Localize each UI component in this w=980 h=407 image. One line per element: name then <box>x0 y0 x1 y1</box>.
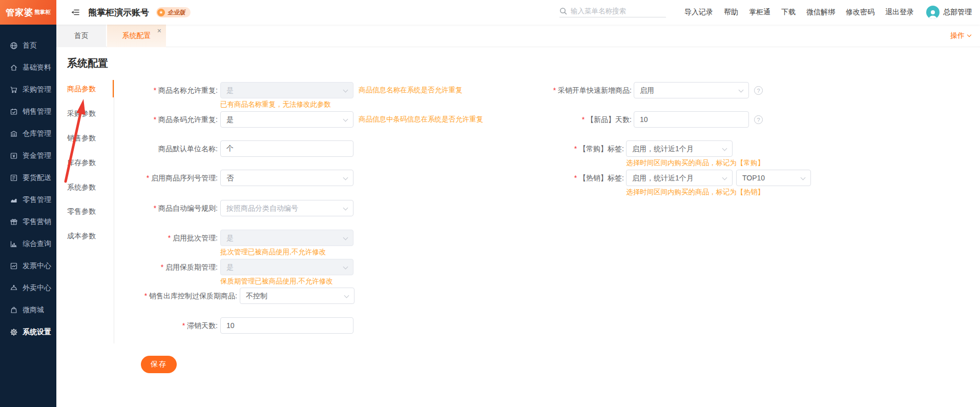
select-product-name-repeat[interactable]: 是 <box>220 82 353 98</box>
logo-text-secondary: 熊掌柜 <box>34 9 51 16</box>
chevron-down-icon <box>343 206 348 211</box>
brand-logo: 管家婆 熊掌柜 <box>0 0 56 25</box>
close-icon[interactable]: × <box>157 27 161 34</box>
area-chart-icon <box>10 196 18 204</box>
sidebar-item-sales[interactable]: 销售管理 <box>0 100 56 123</box>
avatar[interactable] <box>926 6 940 19</box>
field-label: *【热销】标签: <box>522 170 624 186</box>
link-logout[interactable]: 退出登录 <box>885 8 914 17</box>
field-label: *启用保质期管理: <box>56 259 218 275</box>
chevron-down-icon <box>967 33 971 37</box>
required-asterisk: * <box>182 321 185 330</box>
bar-chart-icon <box>10 240 18 248</box>
sidebar-item-retail-marketing[interactable]: 零售营销 <box>0 211 56 233</box>
sidebar-item-retail[interactable]: 零售管理 <box>0 189 56 211</box>
select-quick-add-product[interactable]: 启用 <box>634 82 749 98</box>
sidebar-item-query[interactable]: 综合查询 <box>0 233 56 255</box>
sidebar-item-purchase[interactable]: 采购管理 <box>0 78 56 100</box>
link-change-password[interactable]: 修改密码 <box>846 8 874 17</box>
required-asterisk: * <box>154 204 156 212</box>
required-asterisk: * <box>144 292 147 300</box>
field-hint: 保质期管理已被商品使用,不允许修改 <box>220 276 333 287</box>
link-download[interactable]: 下载 <box>781 8 796 17</box>
warehouse-icon <box>10 130 18 138</box>
sidebar-item-system-settings[interactable]: 系统设置 <box>0 321 56 343</box>
select-auto-numbering-rule[interactable]: 按照商品分类自动编号 <box>220 200 353 216</box>
chevron-down-icon <box>801 175 806 180</box>
field-label: *滞销天数: <box>56 317 218 334</box>
trend-icon <box>10 262 18 270</box>
sidebar-item-basic-data[interactable]: 基础资料 <box>0 56 56 78</box>
field-hint: 批次管理已被商品使用,不允许修改 <box>220 247 326 257</box>
user-menu[interactable]: 总部管理 <box>926 6 972 19</box>
field-label: *销售出库控制过保质期商品: <box>108 288 237 304</box>
submenu-item-stock-params[interactable]: 库存参数 <box>67 157 96 168</box>
tab-system-config[interactable]: 系统配置 × <box>107 25 166 47</box>
required-asterisk: * <box>582 115 585 124</box>
list-icon <box>10 174 18 182</box>
globe-icon <box>10 42 18 50</box>
select-expired-goods-control[interactable]: 不控制 <box>240 288 355 304</box>
top-header: 管家婆 熊掌柜 熊掌柜演示账号 ★ 企业版 导入记录 帮助 掌柜通 下载 微信解… <box>0 0 980 25</box>
help-icon[interactable]: ? <box>754 86 763 95</box>
chevron-down-icon <box>344 293 349 298</box>
required-asterisk: * <box>147 174 149 182</box>
select-hot-sale-top[interactable]: TOP10 <box>736 170 811 186</box>
star-icon: ★ <box>157 9 165 16</box>
sidebar-item-micro-mall[interactable]: 微商城 <box>0 299 56 321</box>
chevron-down-icon <box>343 88 348 93</box>
field-label: *【常购】标签: <box>522 140 624 157</box>
operations-dropdown[interactable]: 操作 <box>950 25 971 47</box>
field-label: *商品自动编号规则: <box>56 200 218 216</box>
required-asterisk: * <box>168 234 171 242</box>
search-icon <box>559 7 567 15</box>
field-hint: 商品信息名称在系统是否允许重复 <box>359 85 463 95</box>
tab-bar: 首页 系统配置 × 操作 <box>56 25 980 47</box>
bell-icon <box>10 284 18 292</box>
input-new-product-days[interactable] <box>634 111 749 128</box>
field-label: *启用商品序列号管理: <box>56 170 218 186</box>
header-links: 导入记录 帮助 掌柜通 下载 微信解绑 修改密码 退出登录 <box>684 8 914 17</box>
select-hot-sale-tag[interactable]: 启用，统计近1个月 <box>626 170 733 186</box>
field-hint: 商品信息中条码信息在系统是否允许重复 <box>359 114 483 125</box>
select-serial-number-mgmt[interactable]: 否 <box>220 170 353 186</box>
edition-badge: ★ 企业版 <box>156 7 191 17</box>
funds-icon <box>10 152 18 160</box>
home-icon <box>10 64 18 72</box>
sidebar-collapse-icon[interactable] <box>71 8 80 16</box>
field-hint: 选择时间区间内购买的商品，标记为【常购】 <box>626 158 764 168</box>
field-label: *采销开单快速新增商品: <box>519 82 632 98</box>
account-title: 熊掌柜演示账号 <box>88 7 149 18</box>
field-label: 商品默认单位名称: <box>56 140 218 157</box>
input-default-unit[interactable] <box>220 140 353 157</box>
save-button[interactable]: 保存 <box>141 356 177 373</box>
field-hint: 已有商品名称重复，无法修改此参数 <box>220 99 331 110</box>
sidebar-item-delivery[interactable]: 要货配送 <box>0 167 56 189</box>
field-label: *商品名称允许重复: <box>56 82 218 98</box>
edition-badge-label: 企业版 <box>168 9 185 16</box>
calendar-check-icon <box>10 108 18 116</box>
link-zhangguitong[interactable]: 掌柜通 <box>749 8 770 17</box>
link-import-records[interactable]: 导入记录 <box>684 8 713 17</box>
link-wechat-unbind[interactable]: 微信解绑 <box>806 8 835 17</box>
sidebar-item-funds[interactable]: 资金管理 <box>0 145 56 167</box>
tab-home[interactable]: 首页 <box>56 25 106 47</box>
link-help[interactable]: 帮助 <box>724 8 738 17</box>
help-icon[interactable]: ? <box>754 115 763 124</box>
select-frequent-purchase-tag[interactable]: 启用，统计近1个月 <box>626 140 733 157</box>
user-name: 总部管理 <box>943 8 972 17</box>
chevron-down-icon <box>343 175 348 180</box>
sidebar-item-invoice[interactable]: 发票中心 <box>0 255 56 277</box>
select-shelf-life-mgmt[interactable]: 是 <box>220 259 353 275</box>
select-barcode-repeat[interactable]: 是 <box>220 111 353 128</box>
sidebar-item-takeout[interactable]: 外卖中心 <box>0 277 56 299</box>
page-title: 系统配置 <box>67 56 108 70</box>
search-input[interactable] <box>571 7 659 15</box>
sidebar-item-warehouse[interactable]: 仓库管理 <box>0 123 56 145</box>
gear-icon <box>10 328 18 336</box>
required-asterisk: * <box>154 115 156 124</box>
input-slow-moving-days[interactable] <box>220 317 353 334</box>
sidebar-item-home[interactable]: 首页 <box>0 34 56 56</box>
select-batch-mgmt[interactable]: 是 <box>220 230 353 246</box>
gift-icon <box>10 218 18 226</box>
